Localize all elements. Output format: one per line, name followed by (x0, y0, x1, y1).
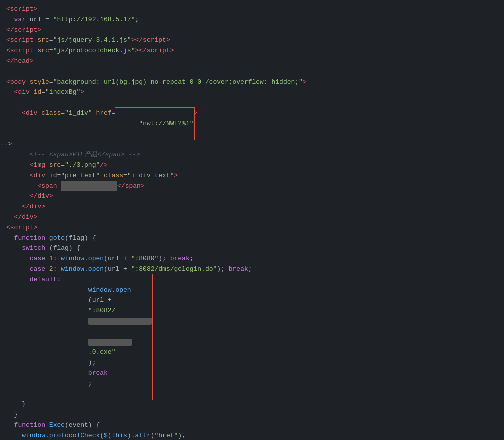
line-7 (0, 67, 504, 77)
line-2: var url = "http://192.168.5.17" ; (0, 15, 504, 25)
line-5: <script src = "js/protocolcheck.js" ></s… (0, 46, 504, 56)
line-15: <span </span> (0, 181, 504, 192)
href-highlight: "nwt://NWT?%1" (116, 108, 194, 139)
line-8: <body style = "background: url(bg.jpg) n… (0, 77, 504, 88)
line-14: <div id = "pie_text" class = "i_div_text… (0, 171, 504, 181)
line-12: <!-- <span>PIE产品</span> --> (0, 150, 504, 160)
line-17: </div> (0, 202, 504, 212)
line-13: <img src = "./3.png" /> (0, 160, 504, 171)
line-19: <script> (0, 223, 504, 233)
line-28: window.protocolCheck ( $(this) . attr ( … (0, 431, 504, 440)
line-1: <script> (0, 4, 504, 15)
default-highlight: window.open (url + ":8082/ .0.exe" ); br… (65, 275, 152, 400)
line-3: </script> (0, 25, 504, 36)
line-11: <div class = "i_div" href = "nwt://NWT?%… (0, 108, 504, 139)
line-4: <script src = "js/jquery-3.4.1.js" ></sc… (0, 35, 504, 46)
line-22: case 1 : window.open (url + ":8080" ); b… (0, 254, 504, 264)
line-18: </div> (0, 212, 504, 223)
line-27: function Exec (event) { (0, 420, 504, 431)
line-20: function goto ( flag) { (0, 233, 504, 244)
line-26: } (0, 410, 504, 420)
line-25: } (0, 399, 504, 410)
code-viewer: <script> var url = "http://192.168.5.17"… (0, 0, 504, 440)
line-9: <div id = "indexBg" > (0, 87, 504, 98)
line-23: case 2 : window.open (url + ":8082/dms/g… (0, 264, 504, 275)
line-21: switch (flag) { (0, 243, 504, 254)
line-16: </div> (0, 191, 504, 202)
line-24: default : window.open (url + ":8082/ .0.… (0, 275, 504, 400)
line-6: </head> (0, 56, 504, 67)
line-10 (0, 98, 504, 108)
